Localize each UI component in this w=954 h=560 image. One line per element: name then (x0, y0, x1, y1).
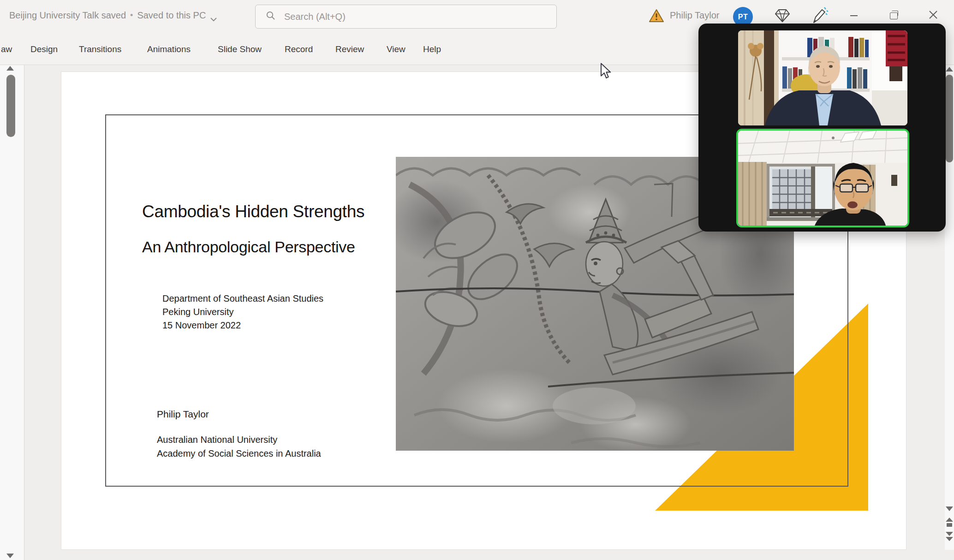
document-title-group: Beijing University Talk saved • Saved to… (9, 10, 217, 21)
warning-triangle-icon (649, 9, 664, 24)
tab-design[interactable]: Design (30, 42, 58, 56)
scroll-up-arrow[interactable] (6, 66, 14, 71)
previous-slide-button[interactable] (945, 518, 954, 530)
scrollbar-up-arrow[interactable] (946, 67, 953, 71)
slide-subtitle[interactable]: An Anthropological Perspective (142, 238, 355, 256)
gem-icon (774, 8, 791, 25)
zoom-call-panel[interactable] (698, 24, 946, 232)
title-separator: • (130, 11, 133, 20)
vertical-scrollbar (945, 65, 954, 550)
close-icon (929, 10, 938, 21)
tab-transitions[interactable]: Transitions (79, 42, 121, 56)
search-input[interactable] (283, 11, 534, 23)
alert-button[interactable] (648, 8, 665, 25)
minimize-icon (850, 15, 858, 16)
affiliation-line: 15 November 2022 (162, 319, 323, 332)
right-scrollbar-thumb[interactable] (946, 75, 953, 162)
ink-pen-button[interactable] (808, 6, 829, 26)
tab-view[interactable]: View (387, 42, 405, 56)
affiliation-line: Department of Southeast Asian Studies (162, 292, 323, 305)
next-slide-button[interactable] (945, 531, 954, 543)
video-participant-top[interactable] (738, 30, 907, 125)
affiliation-block[interactable]: Department of Southeast Asian Studies Pe… (162, 292, 323, 332)
institution-line: Australian National University (157, 433, 321, 447)
left-scrollbar-thumb[interactable] (6, 75, 15, 137)
document-title: Beijing University Talk saved (9, 10, 126, 21)
tab-draw-partial[interactable]: aw (1, 42, 12, 56)
affiliation-line: Peking University (162, 305, 323, 319)
search-box[interactable] (255, 5, 557, 29)
tab-review[interactable]: Review (335, 42, 364, 56)
restore-icon (890, 12, 898, 19)
slide-title[interactable]: Cambodia's Hidden Strengths (142, 202, 364, 221)
institution-line: Academy of Social Sciences in Australia (157, 447, 321, 460)
tab-help[interactable]: Help (423, 42, 441, 56)
scroll-down-arrow[interactable] (6, 554, 14, 558)
chevron-down-icon[interactable] (210, 13, 217, 18)
mouse-cursor (600, 63, 614, 79)
designer-button[interactable] (772, 7, 793, 26)
save-location-label: Saved to this PC (137, 10, 206, 21)
thumbnail-pane-scroll-strip (0, 65, 24, 560)
close-button[interactable] (922, 6, 945, 26)
minimize-button[interactable] (842, 6, 865, 26)
search-icon (266, 11, 276, 23)
video-participant-active-speaker[interactable] (736, 129, 909, 227)
scrollbar-down-arrow[interactable] (946, 506, 953, 511)
slide-author[interactable]: Philip Taylor (157, 409, 209, 420)
tab-animations[interactable]: Animations (147, 42, 191, 56)
account-name[interactable]: Philip Taylor (670, 10, 719, 21)
restore-button[interactable] (882, 6, 905, 26)
tab-slide-show[interactable]: Slide Show (218, 42, 262, 56)
tab-record[interactable]: Record (285, 42, 313, 56)
institution-block[interactable]: Australian National University Academy o… (157, 433, 321, 460)
